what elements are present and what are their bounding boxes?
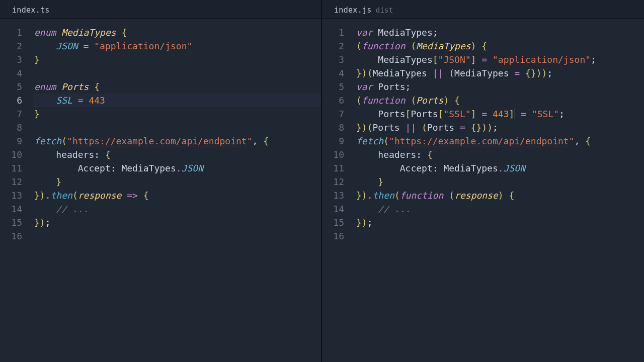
token-type: response [78, 190, 122, 201]
token-plain [520, 68, 525, 78]
code-line[interactable]: JSON = "application/json" [33, 39, 321, 53]
token-type: response [454, 190, 498, 201]
line-number: 10 [0, 148, 22, 161]
line-number: 9 [322, 134, 344, 148]
code-line[interactable]: } [33, 53, 321, 66]
code-line[interactable]: var MediaTypes; [355, 26, 644, 39]
token-br: ) [443, 95, 454, 106]
code-line[interactable]: }); [355, 216, 644, 229]
token-op: => [127, 190, 138, 201]
code-line[interactable]: enum MediaTypes { [33, 26, 321, 39]
code-left[interactable]: enum MediaTypes { JSON = "application/js… [33, 26, 321, 362]
token-op: || [406, 122, 417, 133]
line-number: 7 [0, 107, 22, 121]
token-fn2: then [51, 190, 72, 201]
code-line[interactable]: (function (Ports) { [355, 94, 644, 107]
token-br: {})) [525, 68, 547, 78]
token-br: ( [449, 190, 454, 201]
token-br: { [121, 27, 127, 38]
line-number: 16 [0, 229, 22, 243]
code-line[interactable]: Ports[Ports["SSL"] = 443] = "SSL"; [355, 107, 644, 121]
token-plain [509, 68, 514, 78]
line-number: 4 [0, 66, 22, 80]
code-line[interactable]: fetch("https://example.com/api/endpoint"… [355, 134, 644, 148]
token-ident: MediaTypes [378, 27, 432, 38]
token-br: ( [411, 41, 416, 51]
code-line[interactable] [355, 229, 644, 243]
code-line[interactable]: SSL = 443 [33, 94, 321, 107]
gutter-right: 12345678910111213141516 [322, 26, 355, 362]
token-prop: JSON [56, 41, 77, 51]
token-br: ] [509, 109, 515, 119]
code-line[interactable] [33, 66, 321, 80]
code-line[interactable]: }); [33, 216, 321, 229]
token-type: Ports [416, 95, 443, 106]
code-line[interactable]: }).then(response => { [33, 189, 321, 202]
token-br: { [454, 95, 460, 106]
token-plain [454, 122, 460, 133]
code-line[interactable]: fetch("https://example.com/api/endpoint"… [33, 134, 321, 148]
code-line[interactable]: enum Ports { [33, 80, 321, 94]
line-number: 13 [0, 189, 22, 202]
token-br: }) [34, 217, 45, 228]
code-line[interactable] [33, 229, 321, 243]
line-number: 9 [0, 134, 22, 148]
token-op: = [78, 95, 84, 106]
token-br: })( [356, 122, 373, 133]
code-line[interactable]: (function (MediaTypes) { [355, 39, 644, 53]
code-line[interactable]: Accept: MediaTypes.JSON [355, 161, 644, 175]
code-line[interactable]: MediaTypes["JSON"] = "application/json"; [355, 53, 644, 66]
code-line[interactable]: } [355, 175, 644, 189]
line-number: 2 [0, 39, 22, 53]
token-br: }) [356, 190, 367, 201]
token-br: })( [356, 68, 373, 78]
token-pun: : [111, 163, 122, 173]
token-br: ( [356, 41, 362, 51]
code-line[interactable]: // ... [355, 202, 644, 216]
token-br: } [34, 54, 40, 65]
code-line[interactable]: })(MediaTypes || (MediaTypes = {})); [355, 66, 644, 80]
line-number: 3 [322, 53, 344, 66]
code-line[interactable]: headers: { [355, 148, 644, 161]
token-br: { [427, 149, 433, 160]
token-plain [487, 54, 493, 65]
token-pun: ; [493, 122, 498, 133]
token-pun: ; [433, 27, 438, 38]
line-number: 14 [322, 202, 344, 216]
token-ident: Ports [378, 81, 405, 92]
code-line[interactable]: })(Ports || (Ports = {})); [355, 121, 644, 134]
token-fn2: then [373, 190, 394, 201]
token-dot: . [498, 163, 504, 173]
code-line[interactable]: // ... [33, 202, 321, 216]
token-pun: ; [547, 68, 552, 78]
editor-left[interactable]: 12345678910111213141516 enum MediaTypes … [0, 19, 321, 362]
token-prop: JSON [504, 163, 525, 173]
tab-bar-left[interactable]: index.ts [0, 0, 321, 19]
code-line[interactable]: } [33, 175, 321, 189]
tab-bar-right[interactable]: index.js dist [322, 0, 644, 19]
code-right[interactable]: var MediaTypes;(function (MediaTypes) { … [355, 26, 644, 362]
token-pun: , [575, 136, 586, 146]
code-line[interactable]: var Ports; [355, 80, 644, 94]
token-ident: Ports [411, 109, 438, 119]
token-plain [356, 54, 378, 65]
token-br: [ [406, 109, 411, 119]
token-url: https://example.com/api/endpoint [72, 136, 247, 146]
code-line[interactable]: } [33, 107, 321, 121]
token-fn: fetch [34, 136, 61, 146]
code-line[interactable] [33, 121, 321, 134]
editor-right[interactable]: 12345678910111213141516 var MediaTypes;(… [322, 19, 644, 362]
token-num: 443 [89, 95, 105, 106]
code-line[interactable]: }).then(function (response) { [355, 189, 644, 202]
line-number: 14 [0, 202, 22, 216]
token-plain [476, 54, 481, 65]
token-plain [84, 95, 89, 106]
token-plain [416, 122, 422, 133]
code-line[interactable]: Accept: MediaTypes.JSON [33, 161, 321, 175]
code-line[interactable]: headers: { [33, 148, 321, 161]
token-type: MediaTypes [61, 27, 121, 38]
line-number: 16 [322, 229, 344, 243]
token-pun: : [416, 149, 427, 160]
line-number: 10 [322, 148, 344, 161]
line-number: 2 [322, 39, 344, 53]
